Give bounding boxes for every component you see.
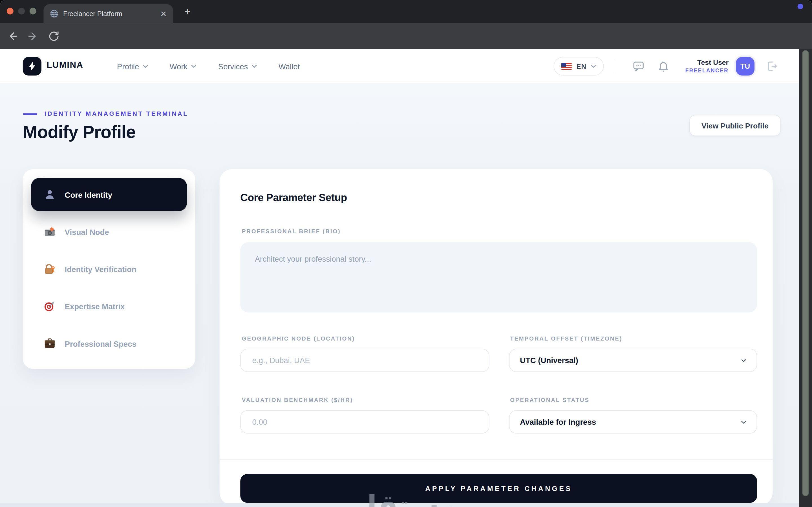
browser-toolbar: 127.0.0.1:8000/profile/edit: [0, 23, 812, 49]
location-label: GEOGRAPHIC NODE (LOCATION): [242, 335, 355, 341]
scrollbar-thumb[interactable]: [802, 50, 809, 496]
lumina-logo-icon[interactable]: [23, 57, 42, 75]
browser-tab-bar: Freelancer Platform ✕ +: [0, 0, 812, 23]
window-close-button[interactable]: [7, 8, 13, 15]
sidebar-item-label: Core Identity: [65, 190, 112, 199]
browser-tab[interactable]: Freelancer Platform ✕: [43, 4, 173, 23]
rate-label: VALUATION BENCHMARK ($/HR): [242, 397, 353, 403]
chevron-down-icon: [741, 359, 746, 362]
messages-icon[interactable]: [632, 60, 645, 72]
language-selector[interactable]: EN: [554, 57, 604, 75]
apply-parameter-changes-button[interactable]: APPLY PARAMETER CHANGES: [240, 474, 757, 503]
sidebar-item-label: Identity Verification: [65, 265, 137, 273]
sidebar-item-identity-verification[interactable]: Identity Verification: [31, 252, 187, 286]
target-dart-icon: [44, 300, 55, 312]
footer-divider: [220, 459, 773, 460]
avatar[interactable]: TU: [736, 57, 755, 75]
new-tab-button[interactable]: +: [183, 7, 193, 17]
status-dot: [798, 4, 803, 9]
status-select[interactable]: Available for Ingress: [509, 410, 757, 434]
tab-title: Freelancer Platform: [63, 10, 160, 18]
person-bust-icon: [44, 189, 55, 200]
notifications-bell-icon[interactable]: [657, 60, 670, 72]
tab-close-icon[interactable]: ✕: [160, 10, 167, 18]
briefcase-icon: [44, 338, 55, 349]
sidebar-item-label: Professional Specs: [65, 339, 137, 348]
camera-flash-icon: [44, 226, 55, 237]
nav-item-profile[interactable]: Profile: [117, 62, 148, 70]
favicon-globe-icon: [50, 9, 58, 18]
sidebar-item-visual-node[interactable]: Visual Node: [31, 215, 187, 248]
chevron-down-icon: [191, 65, 196, 68]
nav-item-work[interactable]: Work: [170, 62, 197, 70]
header-divider: [615, 59, 615, 73]
chevron-down-icon: [143, 65, 148, 68]
eyebrow-dash: [23, 113, 37, 115]
app-header: LUMINA Profile Work Services Wallet: [0, 49, 799, 83]
nav-item-services[interactable]: Services: [218, 62, 257, 70]
language-code: EN: [576, 62, 587, 70]
brand-name[interactable]: LUMINA: [47, 60, 83, 70]
page-viewport: LUMINA Profile Work Services Wallet: [0, 49, 799, 507]
sidebar-item-expertise-matrix[interactable]: Expertise Matrix: [31, 290, 187, 323]
nav-label: Work: [170, 62, 188, 70]
sidebar-item-core-identity[interactable]: Core Identity: [31, 178, 187, 211]
profile-sections-sidebar: Core Identity Visual Node Identity Verif…: [23, 169, 195, 369]
timezone-select[interactable]: UTC (Universal): [509, 349, 757, 372]
eyebrow-label: IDENTITY MANAGEMENT TERMINAL: [45, 110, 188, 117]
window-minimize-button[interactable]: [18, 8, 25, 15]
nav-item-wallet[interactable]: Wallet: [278, 62, 300, 70]
browser-window: Freelancer Platform ✕ + 127.0.0.1:8000/p…: [0, 0, 812, 507]
sidebar-item-label: Expertise Matrix: [65, 302, 125, 311]
window-bottom-edge: [0, 503, 799, 507]
screen: Freelancer Platform ✕ + 127.0.0.1:8000/p…: [0, 0, 812, 507]
page-head: IDENTITY MANAGEMENT TERMINAL Modify Prof…: [23, 110, 781, 142]
rate-input[interactable]: [240, 410, 489, 434]
logout-icon[interactable]: [766, 60, 778, 72]
reload-button[interactable]: [48, 30, 60, 43]
nav-label: Profile: [117, 62, 139, 70]
nav-label: Services: [218, 62, 248, 70]
forward-button[interactable]: [27, 30, 39, 43]
bio-label: PROFESSIONAL BRIEF (BIO): [242, 228, 341, 234]
status-value: Available for Ingress: [520, 417, 596, 426]
chevron-down-icon: [252, 65, 257, 68]
header-right: EN Test User FREELANCER TU: [554, 49, 778, 83]
window-zoom-button[interactable]: [30, 8, 36, 15]
main-nav: Profile Work Services Wallet: [117, 49, 300, 83]
timezone-value: UTC (Universal): [520, 356, 578, 365]
lock-key-icon: [44, 263, 55, 275]
chevron-down-icon: [741, 420, 746, 424]
eyebrow: IDENTITY MANAGEMENT TERMINAL: [23, 110, 781, 117]
user-role-badge: FREELANCER: [685, 67, 728, 74]
user-info: Test User FREELANCER: [685, 59, 728, 74]
sidebar-item-professional-specs[interactable]: Professional Specs: [31, 327, 187, 360]
timezone-label: TEMPORAL OFFSET (TIMEZONE): [510, 335, 622, 341]
status-label: OPERATIONAL STATUS: [510, 397, 590, 403]
chevron-down-icon: [591, 65, 596, 68]
location-input[interactable]: [240, 349, 489, 372]
page-title: Modify Profile: [23, 122, 781, 142]
form-heading: Core Parameter Setup: [240, 192, 347, 204]
page-scrollbar[interactable]: [799, 49, 812, 507]
bio-textarea[interactable]: [240, 242, 757, 313]
view-public-profile-button[interactable]: View Public Profile: [689, 115, 781, 136]
back-button[interactable]: [7, 30, 19, 43]
user-name: Test User: [685, 59, 728, 67]
us-flag-icon: [561, 63, 572, 69]
core-parameter-setup-card: Core Parameter Setup PROFESSIONAL BRIEF …: [220, 169, 773, 505]
sidebar-item-label: Visual Node: [65, 227, 109, 236]
nav-label: Wallet: [278, 62, 300, 70]
